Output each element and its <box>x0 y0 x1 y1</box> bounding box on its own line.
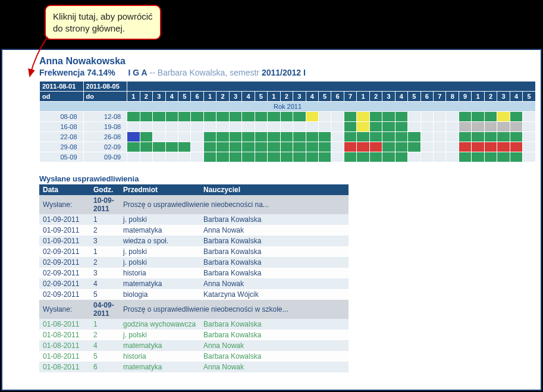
att-cell[interactable] <box>434 152 446 162</box>
att-cell[interactable] <box>434 122 446 132</box>
att-cell[interactable] <box>255 132 267 142</box>
att-cell[interactable] <box>318 122 331 132</box>
att-cell[interactable] <box>408 152 420 162</box>
att-cell[interactable] <box>280 142 293 152</box>
att-cell[interactable] <box>446 112 459 122</box>
att-cell[interactable] <box>357 122 369 132</box>
att-cell[interactable] <box>306 122 318 132</box>
att-cell[interactable] <box>153 122 165 132</box>
att-cell[interactable] <box>306 152 318 162</box>
att-cell[interactable] <box>369 122 382 132</box>
att-cell[interactable] <box>191 112 203 122</box>
att-cell[interactable] <box>178 132 190 142</box>
att-cell[interactable] <box>268 142 280 152</box>
att-cell[interactable] <box>459 152 471 162</box>
att-cell[interactable] <box>280 112 293 122</box>
att-cell[interactable] <box>268 132 280 142</box>
att-cell[interactable] <box>242 152 255 162</box>
att-cell[interactable] <box>382 142 395 152</box>
att-cell[interactable] <box>229 132 241 142</box>
att-cell[interactable] <box>140 152 152 162</box>
att-cell[interactable] <box>255 122 267 132</box>
att-cell[interactable] <box>268 152 280 162</box>
att-cell[interactable] <box>165 152 178 162</box>
att-cell[interactable] <box>459 112 471 122</box>
att-cell[interactable] <box>497 152 510 162</box>
att-cell[interactable] <box>497 112 510 122</box>
att-cell[interactable] <box>420 152 433 162</box>
att-cell[interactable] <box>165 132 178 142</box>
att-cell[interactable] <box>357 142 369 152</box>
att-cell[interactable] <box>382 112 395 122</box>
att-cell[interactable] <box>510 122 522 132</box>
att-cell[interactable] <box>382 132 395 142</box>
att-cell[interactable] <box>153 112 165 122</box>
att-cell[interactable] <box>484 132 497 142</box>
att-cell[interactable] <box>331 112 344 122</box>
att-cell[interactable] <box>484 122 497 132</box>
att-cell[interactable] <box>357 132 369 142</box>
att-cell[interactable] <box>497 132 510 142</box>
att-cell[interactable] <box>434 142 446 152</box>
att-cell[interactable] <box>408 142 420 152</box>
att-cell[interactable] <box>280 132 293 142</box>
att-cell[interactable] <box>216 132 229 142</box>
att-cell[interactable] <box>434 132 446 142</box>
att-cell[interactable] <box>242 112 255 122</box>
att-cell[interactable] <box>510 142 522 152</box>
att-cell[interactable] <box>395 112 407 122</box>
att-cell[interactable] <box>523 152 536 162</box>
att-cell[interactable] <box>369 152 382 162</box>
att-cell[interactable] <box>203 122 216 132</box>
att-cell[interactable] <box>523 112 536 122</box>
att-cell[interactable] <box>229 122 241 132</box>
att-cell[interactable] <box>293 132 306 142</box>
att-cell[interactable] <box>255 152 267 162</box>
att-cell[interactable] <box>293 142 306 152</box>
att-cell[interactable] <box>344 142 356 152</box>
att-cell[interactable] <box>382 122 395 132</box>
att-cell[interactable] <box>191 152 203 162</box>
att-cell[interactable] <box>178 112 190 122</box>
att-cell[interactable] <box>203 112 216 122</box>
att-cell[interactable] <box>420 132 433 142</box>
att-cell[interactable] <box>395 152 407 162</box>
att-cell[interactable] <box>127 152 140 162</box>
att-cell[interactable] <box>331 152 344 162</box>
att-cell[interactable] <box>369 132 382 142</box>
att-cell[interactable] <box>153 142 165 152</box>
att-cell[interactable] <box>497 142 510 152</box>
att-cell[interactable] <box>178 122 190 132</box>
att-cell[interactable] <box>331 132 344 142</box>
att-cell[interactable] <box>446 132 459 142</box>
att-cell[interactable] <box>344 112 356 122</box>
att-cell[interactable] <box>472 122 484 132</box>
att-cell[interactable] <box>331 142 344 152</box>
att-cell[interactable] <box>382 152 395 162</box>
att-cell[interactable] <box>408 122 420 132</box>
att-cell[interactable] <box>395 142 407 152</box>
to-date[interactable]: 2011-08-05 <box>83 81 127 92</box>
att-cell[interactable] <box>203 132 216 142</box>
att-cell[interactable] <box>408 132 420 142</box>
att-cell[interactable] <box>178 142 190 152</box>
att-cell[interactable] <box>344 122 356 132</box>
att-cell[interactable] <box>472 152 484 162</box>
att-cell[interactable] <box>165 112 178 122</box>
att-cell[interactable] <box>369 112 382 122</box>
att-cell[interactable] <box>229 152 241 162</box>
att-cell[interactable] <box>446 152 459 162</box>
att-cell[interactable] <box>140 122 152 132</box>
att-cell[interactable] <box>523 132 536 142</box>
att-cell[interactable] <box>293 122 306 132</box>
att-cell[interactable] <box>446 122 459 132</box>
att-cell[interactable] <box>203 152 216 162</box>
att-cell[interactable] <box>395 122 407 132</box>
att-cell[interactable] <box>165 142 178 152</box>
att-cell[interactable] <box>420 122 433 132</box>
att-cell[interactable] <box>127 142 140 152</box>
att-cell[interactable] <box>472 112 484 122</box>
att-cell[interactable] <box>331 122 344 132</box>
att-cell[interactable] <box>420 112 433 122</box>
att-cell[interactable] <box>318 112 331 122</box>
